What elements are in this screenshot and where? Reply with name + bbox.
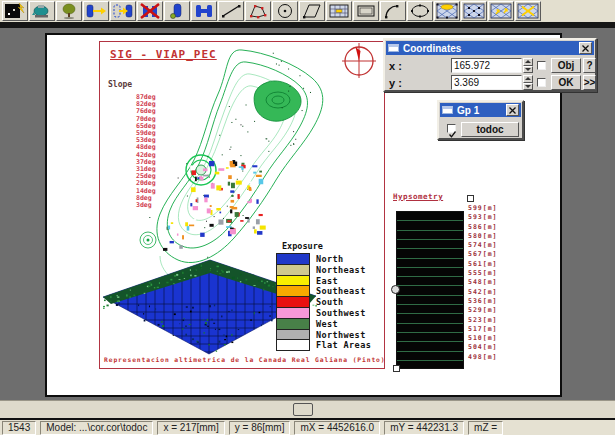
help-button[interactable]: ? bbox=[583, 58, 596, 73]
hypsometry-label: 498[m] bbox=[468, 353, 497, 362]
selection-handle-bottom[interactable] bbox=[393, 365, 400, 372]
todoc-button[interactable]: todoc bbox=[461, 122, 519, 137]
gp1-titlebar[interactable]: Gp 1 bbox=[440, 103, 521, 117]
exposure-label: Southeast bbox=[310, 286, 366, 297]
exposure-swatch bbox=[276, 339, 310, 351]
window-icon bbox=[442, 106, 453, 114]
hypsometry-color-bar[interactable] bbox=[396, 211, 464, 369]
exposure-label: Southwest bbox=[310, 308, 366, 319]
coordinates-titlebar[interactable]: Coordinates bbox=[386, 41, 594, 55]
hypsometry-label: 599[m] bbox=[468, 204, 497, 213]
todoc-checkbox[interactable] bbox=[447, 124, 456, 133]
circle-tool-icon[interactable] bbox=[272, 1, 298, 21]
tin-flow-icon[interactable] bbox=[488, 1, 514, 21]
import-icon[interactable] bbox=[110, 1, 136, 21]
exposure-label: Flat Areas bbox=[310, 340, 371, 351]
close-icon bbox=[582, 45, 589, 52]
application-window: SIG - VIAP_PEC Slope 87deg82deg76deg70de… bbox=[0, 0, 615, 435]
exposure-label: West bbox=[310, 319, 338, 330]
more-button[interactable]: >> bbox=[583, 75, 596, 90]
exposure-label: North bbox=[310, 254, 344, 265]
gp1-dialog: Gp 1 todoc bbox=[437, 100, 524, 140]
map-frame: SIG - VIAP_PEC Slope 87deg82deg76deg70de… bbox=[99, 41, 385, 369]
hypsometry-label: 574[m] bbox=[468, 241, 497, 250]
hypsometry-label: 548[m] bbox=[468, 278, 497, 287]
hypsometry-title: Hypsometry bbox=[393, 192, 443, 201]
x-coordinate-input[interactable] bbox=[451, 58, 522, 73]
hypsometry-label: 517[m] bbox=[468, 325, 497, 334]
y-lock-checkbox[interactable] bbox=[537, 78, 546, 87]
line-tool-icon[interactable] bbox=[218, 1, 244, 21]
hypsometry-label: 542[m] bbox=[468, 288, 497, 297]
tree-icon[interactable] bbox=[56, 1, 82, 21]
selection-handle-circle[interactable] bbox=[391, 285, 400, 294]
spin-down-icon[interactable] bbox=[523, 83, 533, 91]
status-segment: mY = 442231.3 bbox=[384, 421, 464, 435]
shape-tool-icon[interactable] bbox=[299, 1, 325, 21]
map-caption: Representacion altimetrica de la Canada … bbox=[104, 356, 385, 363]
status-segment: Model: ...\cor.cor\todoc bbox=[40, 421, 153, 435]
hypsometry-label: 567[m] bbox=[468, 250, 497, 259]
selection-handle-top[interactable] bbox=[467, 195, 474, 202]
status-bar: 1543Model: ...\cor.cor\todocx = 217[mm]y… bbox=[0, 418, 615, 435]
slope-legend-title: Slope bbox=[108, 80, 132, 89]
tin-delete-icon[interactable] bbox=[515, 1, 541, 21]
arc-tool-icon[interactable] bbox=[380, 1, 406, 21]
close-button[interactable] bbox=[506, 104, 519, 116]
dialog-title: Gp 1 bbox=[457, 104, 479, 117]
delete-icon[interactable] bbox=[137, 1, 163, 21]
status-segment: y = 86[mm] bbox=[229, 421, 291, 435]
spin-down-icon[interactable] bbox=[523, 66, 533, 74]
hypsometry-label: 536[m] bbox=[468, 297, 497, 306]
map-title: SIG - VIAP_PEC bbox=[110, 48, 217, 61]
obj-button[interactable]: Obj bbox=[551, 58, 581, 73]
hypsometry-label: 586[m] bbox=[468, 223, 497, 232]
horizontal-scrollbar[interactable] bbox=[0, 400, 615, 418]
north-compass-icon bbox=[342, 43, 376, 79]
hypsometry-label: 593[m] bbox=[468, 213, 497, 222]
window-icon bbox=[388, 44, 399, 52]
status-segment: x = 217[mm] bbox=[157, 421, 224, 435]
slope-value: 3deg bbox=[136, 202, 156, 209]
rectangle-tool-icon[interactable] bbox=[353, 1, 379, 21]
hypsometry-label: 555[m] bbox=[468, 269, 497, 278]
tin-points-icon[interactable] bbox=[461, 1, 487, 21]
hypsometry-label: 561[m] bbox=[468, 260, 497, 269]
slope-legend: 87deg82deg76deg70deg65deg59deg53deg48deg… bbox=[136, 94, 156, 209]
y-coordinate-input[interactable] bbox=[451, 75, 522, 90]
spin-up-icon[interactable] bbox=[523, 75, 533, 83]
exposure-row: Flat Areas bbox=[276, 340, 384, 351]
scrollbar-thumb[interactable] bbox=[293, 403, 313, 416]
export-icon[interactable] bbox=[83, 1, 109, 21]
main-toolbar bbox=[0, 0, 615, 22]
plot-icon[interactable] bbox=[29, 1, 55, 21]
exposure-legend-title: Exposure bbox=[282, 241, 384, 251]
pattern-tool-icon[interactable] bbox=[326, 1, 352, 21]
status-segment: mX = 4452616.0 bbox=[294, 421, 380, 435]
close-button[interactable] bbox=[579, 42, 592, 54]
x-lock-checkbox[interactable] bbox=[537, 61, 546, 70]
spin-up-icon[interactable] bbox=[523, 58, 533, 66]
hypsometry-label: 523[m] bbox=[468, 316, 497, 325]
exposure-label: South bbox=[310, 297, 344, 308]
coordinates-dialog: Coordinates x : Obj ? y : OK >> bbox=[383, 38, 597, 92]
hypsometry-label: 504[m] bbox=[468, 343, 497, 352]
tin-surface-icon[interactable] bbox=[434, 1, 460, 21]
ok-button[interactable]: OK bbox=[551, 75, 581, 90]
x-spinner[interactable] bbox=[523, 58, 533, 73]
polygon-tool-icon[interactable] bbox=[245, 1, 271, 21]
hypsometry-label: 580[m] bbox=[468, 232, 497, 241]
exposure-label: Northeast bbox=[310, 265, 366, 276]
exposure-legend: Exposure North Northeast bbox=[276, 241, 384, 351]
database-icon[interactable] bbox=[164, 1, 190, 21]
window-separator bbox=[0, 22, 615, 28]
close-icon bbox=[509, 107, 516, 114]
hypsometry-labels: 599[m]593[m]586[m]580[m]574[m]567[m]561[… bbox=[468, 204, 497, 362]
y-spinner[interactable] bbox=[523, 75, 533, 90]
exposure-label: East bbox=[310, 276, 338, 287]
ellipse-tool-icon[interactable] bbox=[407, 1, 433, 21]
join-icon[interactable] bbox=[191, 1, 217, 21]
design-file-icon[interactable] bbox=[2, 1, 28, 21]
y-label: y : bbox=[389, 77, 402, 89]
exposure-label: Northwest bbox=[310, 330, 366, 341]
